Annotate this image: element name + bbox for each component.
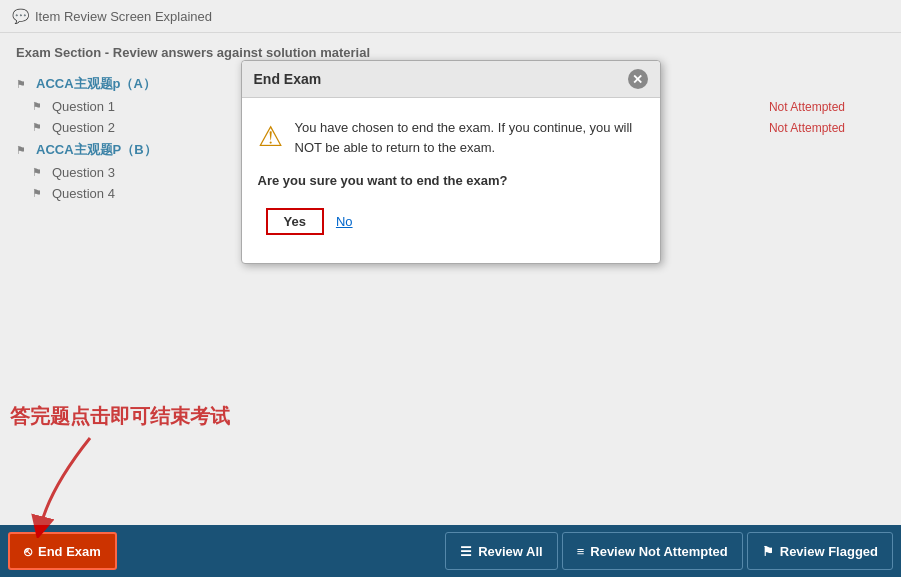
end-exam-label: End Exam: [38, 544, 101, 559]
review-flagged-icon: ⚑: [762, 544, 774, 559]
modal-overlay: End Exam ✕ ⚠ You have chosen to end the …: [0, 0, 901, 525]
warning-icon: ⚠: [258, 120, 283, 153]
modal-close-button[interactable]: ✕: [628, 69, 648, 89]
yes-button[interactable]: Yes: [266, 208, 324, 235]
modal-question-text: Are you sure you want to end the exam?: [258, 173, 644, 188]
modal-buttons: Yes No: [258, 208, 644, 243]
review-flagged-label: Review Flagged: [780, 544, 878, 559]
review-all-button[interactable]: ☰ Review All: [445, 532, 558, 570]
modal-warning: ⚠ You have chosen to end the exam. If yo…: [258, 118, 644, 157]
review-not-attempted-icon: ≡: [577, 544, 585, 559]
modal-title: End Exam: [254, 71, 322, 87]
review-flagged-button[interactable]: ⚑ Review Flagged: [747, 532, 893, 570]
review-all-icon: ☰: [460, 544, 472, 559]
review-not-attempted-label: Review Not Attempted: [590, 544, 727, 559]
review-not-attempted-button[interactable]: ≡ Review Not Attempted: [562, 532, 743, 570]
review-all-label: Review All: [478, 544, 543, 559]
no-button[interactable]: No: [336, 214, 353, 229]
modal-body: ⚠ You have chosen to end the exam. If yo…: [242, 98, 660, 263]
end-exam-icon: ⎋: [24, 544, 32, 559]
modal-header: End Exam ✕: [242, 61, 660, 98]
end-exam-modal: End Exam ✕ ⚠ You have chosen to end the …: [241, 60, 661, 264]
modal-warning-text: You have chosen to end the exam. If you …: [295, 118, 644, 157]
